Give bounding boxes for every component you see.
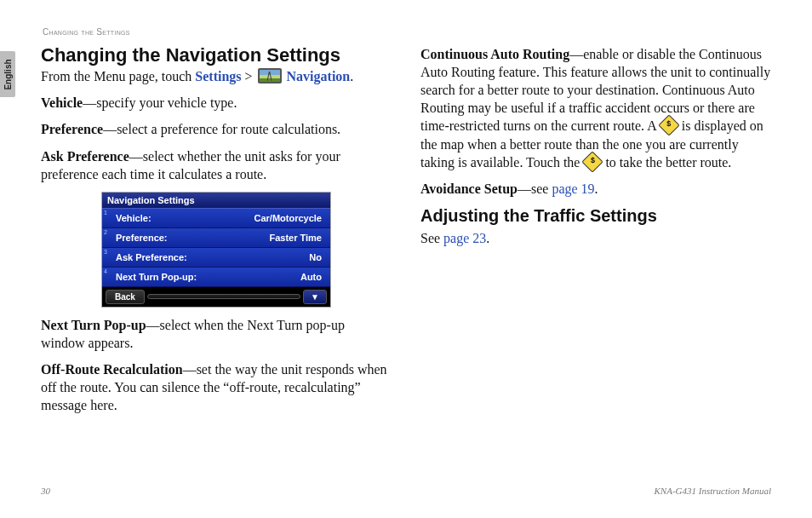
- screenshot-row[interactable]: 2Preference:Faster Time: [102, 228, 330, 248]
- vehicle-term: Vehicle: [41, 95, 83, 110]
- right-column: Continuous Auto Routing—enable or disabl…: [420, 45, 771, 423]
- next-turn-paragraph: Next Turn Pop-up—select when the Next Tu…: [41, 316, 392, 352]
- ask-preference-paragraph: Ask Preference—select whether the unit a…: [41, 147, 392, 183]
- off-route-paragraph: Off-Route Recalculation—set the way the …: [41, 360, 392, 414]
- navigation-settings-screenshot: Navigation Settings 1Vehicle:Car/Motorcy…: [101, 192, 331, 308]
- intro-paragraph: From the Menu page, touch Settings > Nav…: [41, 67, 392, 85]
- row-value: Auto: [300, 272, 322, 282]
- screenshot-row[interactable]: 1Vehicle:Car/Motorcycle: [102, 209, 330, 228]
- preference-term: Preference: [41, 122, 103, 136]
- row-label: Preference:: [116, 233, 168, 243]
- navigation-icon: [258, 68, 282, 83]
- row-value: Car/Motorcycle: [254, 213, 322, 223]
- ask-preference-term: Ask Preference: [41, 149, 129, 164]
- detour-diamond-icon: $: [661, 118, 677, 133]
- intro-text: From the Menu page, touch: [41, 69, 195, 83]
- traffic-paragraph: See page 23.: [420, 229, 771, 247]
- row-number: 1: [104, 210, 107, 216]
- car-term: Continuous Auto Routing: [420, 47, 569, 61]
- row-label: Next Turn Pop-up:: [116, 272, 197, 282]
- row-number: 2: [104, 229, 107, 235]
- section-heading: Changing the Navigation Settings: [41, 45, 392, 66]
- continuous-auto-routing-paragraph: Continuous Auto Routing—enable or disabl…: [420, 45, 771, 171]
- period: .: [486, 231, 489, 245]
- vehicle-desc: —specify your vehicle type.: [83, 95, 237, 110]
- manual-title: KNA-G431 Instruction Manual: [655, 486, 772, 496]
- page-number: 30: [41, 486, 50, 496]
- settings-link[interactable]: Settings: [195, 69, 241, 83]
- footer-spacer: [147, 294, 300, 299]
- left-column: Changing the Navigation Settings From th…: [41, 45, 392, 423]
- manual-page: English Changing the Settings Changing t…: [0, 0, 812, 518]
- columns: Changing the Navigation Settings From th…: [41, 45, 771, 423]
- row-number: 3: [104, 249, 107, 255]
- avoidance-paragraph: Avoidance Setup—see page 19.: [420, 180, 771, 198]
- preference-desc: —select a preference for route calculati…: [103, 122, 340, 136]
- screenshot-footer: Back ▼: [102, 287, 330, 307]
- back-button[interactable]: Back: [106, 290, 145, 304]
- row-value: Faster Time: [269, 233, 322, 243]
- scroll-down-button[interactable]: ▼: [303, 290, 327, 304]
- page-19-link[interactable]: page 19: [552, 181, 594, 196]
- see-text: See: [420, 231, 443, 245]
- off-route-term: Off-Route Recalculation: [41, 362, 183, 377]
- navigation-link[interactable]: Navigation: [283, 69, 351, 83]
- page-23-link[interactable]: page 23: [443, 231, 486, 245]
- vehicle-paragraph: Vehicle—specify your vehicle type.: [41, 94, 392, 112]
- language-tab-label: English: [3, 59, 13, 89]
- page-footer: 30 KNA-G431 Instruction Manual: [41, 486, 771, 496]
- screenshot-title: Navigation Settings: [102, 193, 330, 209]
- next-turn-term: Next Turn Pop-up: [41, 318, 146, 332]
- period: .: [595, 181, 598, 196]
- screenshot-row[interactable]: 3Ask Preference:No: [102, 248, 330, 268]
- car-desc-3: to take the better route.: [602, 155, 731, 170]
- row-label: Vehicle:: [116, 213, 152, 223]
- language-tab: English: [0, 51, 15, 97]
- preference-paragraph: Preference—select a preference for route…: [41, 120, 392, 138]
- detour-diamond-icon: $: [585, 154, 600, 170]
- screenshot-row[interactable]: 4Next Turn Pop-up:Auto: [102, 268, 330, 287]
- row-label: Ask Preference:: [116, 252, 187, 262]
- period: .: [350, 69, 353, 83]
- running-header: Changing the Settings: [43, 27, 771, 37]
- breadcrumb-separator: >: [242, 69, 256, 83]
- row-number: 4: [104, 268, 107, 274]
- traffic-heading: Adjusting the Traffic Settings: [420, 206, 771, 226]
- avoidance-term: Avoidance Setup: [420, 181, 518, 196]
- row-value: No: [309, 252, 322, 262]
- avoidance-desc: —see: [518, 181, 552, 196]
